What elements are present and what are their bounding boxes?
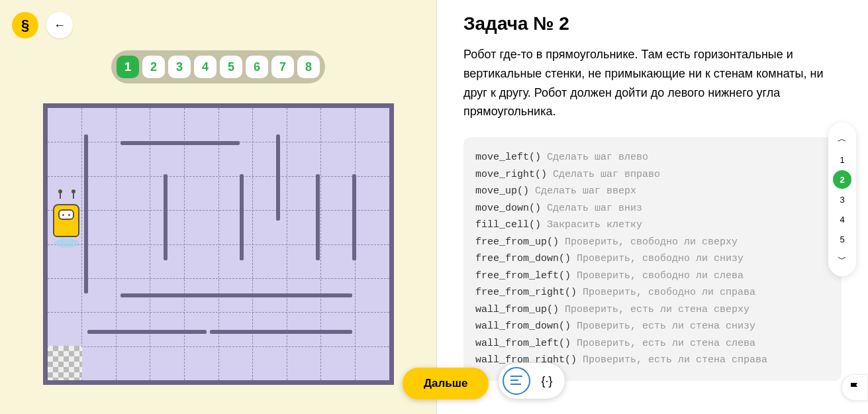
command-name: wall_from_down() bbox=[475, 321, 577, 332]
command-row: fill_cell() Закрасить клетку bbox=[475, 217, 830, 234]
command-desc: Проверить, свободно ли снизу bbox=[577, 253, 744, 264]
command-desc: Сделать шаг вправо bbox=[553, 169, 660, 180]
step-pill-5[interactable]: 5 bbox=[220, 56, 242, 78]
command-desc: Проверить, есть ли стена слева bbox=[577, 338, 755, 349]
commands-reference: move_left() Сделать шаг влевоmove_right(… bbox=[463, 137, 842, 381]
command-name: fill_cell() bbox=[475, 219, 547, 231]
command-desc: Сделать шаг вниз bbox=[547, 203, 642, 214]
target-cell bbox=[48, 346, 82, 380]
step-pill-2[interactable]: 2 bbox=[142, 56, 165, 78]
command-row: move_down() Сделать шаг вниз bbox=[475, 200, 830, 217]
lesson-nav-item-2[interactable]: 2 bbox=[833, 170, 851, 189]
text-mode-button[interactable] bbox=[503, 367, 530, 395]
nav-down-button[interactable]: ﹀ bbox=[832, 250, 852, 270]
command-name: wall_from_left() bbox=[475, 338, 577, 349]
lesson-nav-item-1[interactable]: 1 bbox=[833, 150, 851, 169]
command-row: wall_from_up() Проверить, есть ли стена … bbox=[475, 301, 830, 319]
flag-icon bbox=[849, 382, 860, 394]
command-desc: Закрасить клетку bbox=[547, 219, 642, 231]
command-name: move_right() bbox=[475, 169, 553, 180]
command-row: move_up() Сделать шаг вверх bbox=[475, 183, 830, 200]
next-button[interactable]: Дальше bbox=[403, 368, 489, 399]
command-row: wall_from_left() Проверить, есть ли стен… bbox=[475, 335, 830, 352]
command-desc: Проверить, есть ли стена справа bbox=[583, 354, 767, 366]
nav-up-button[interactable]: ︿ bbox=[832, 129, 852, 149]
command-name: free_from_left() bbox=[475, 270, 577, 282]
report-button[interactable] bbox=[842, 374, 868, 401]
back-button[interactable]: ← bbox=[46, 12, 73, 38]
command-row: free_from_left() Проверить, свободно ли … bbox=[475, 268, 830, 285]
command-row: move_right() Сделать шаг вправо bbox=[475, 166, 830, 183]
lesson-nav-item-4[interactable]: 4 bbox=[833, 210, 851, 229]
command-row: free_from_up() Проверить, свободно ли св… bbox=[475, 234, 830, 251]
step-pill-7[interactable]: 7 bbox=[271, 56, 294, 78]
command-row: free_from_right() Проверить, свободно ли… bbox=[475, 284, 830, 301]
lesson-nav-item-3[interactable]: 3 bbox=[833, 190, 851, 209]
command-desc: Сделать шаг влево bbox=[547, 152, 648, 163]
step-pill-1[interactable]: 1 bbox=[117, 56, 139, 78]
command-name: move_left() bbox=[475, 152, 547, 163]
robot bbox=[53, 197, 81, 244]
lesson-nav: ︿ 12345 ﹀ bbox=[828, 123, 856, 276]
chevron-down-icon: ﹀ bbox=[838, 254, 847, 266]
step-pill-4[interactable]: 4 bbox=[194, 56, 217, 78]
lesson-nav-item-5[interactable]: 5 bbox=[833, 230, 851, 248]
mode-toggle: {·} bbox=[498, 362, 565, 399]
step-pill-8[interactable]: 8 bbox=[297, 56, 320, 78]
code-mode-button[interactable]: {·} bbox=[533, 367, 561, 395]
step-pill-6[interactable]: 6 bbox=[246, 56, 268, 78]
command-desc: Проверить, свободно ли справа bbox=[583, 287, 755, 298]
command-desc: Проверить, свободно ли сверху bbox=[565, 236, 738, 248]
command-name: free_from_down() bbox=[475, 253, 577, 264]
command-name: free_from_right() bbox=[475, 287, 583, 298]
game-board bbox=[43, 103, 394, 385]
step-pill-3[interactable]: 3 bbox=[168, 56, 191, 78]
command-name: move_up() bbox=[475, 185, 535, 197]
arrow-left-icon: ← bbox=[54, 19, 66, 32]
command-name: wall_from_up() bbox=[475, 304, 565, 315]
task-title: Задача № 2 bbox=[463, 13, 842, 34]
command-name: move_down() bbox=[475, 203, 547, 214]
command-desc: Проверить, свободно ли слева bbox=[577, 270, 744, 282]
command-row: wall_from_down() Проверить, есть ли стен… bbox=[475, 318, 830, 335]
command-name: free_from_up() bbox=[475, 236, 565, 248]
chevron-up-icon: ︿ bbox=[838, 133, 847, 145]
command-desc: Сделать шаг вверх bbox=[535, 185, 636, 197]
logo-badge[interactable]: § bbox=[12, 12, 38, 38]
command-row: move_left() Сделать шаг влево bbox=[475, 149, 830, 166]
code-braces-icon: {·} bbox=[541, 374, 552, 388]
step-selector: 12345678 bbox=[111, 50, 325, 83]
task-description: Робот где-то в прямоугольнике. Там есть … bbox=[463, 45, 842, 121]
text-lines-icon bbox=[510, 374, 522, 388]
command-desc: Проверить, есть ли стена снизу bbox=[577, 321, 755, 332]
command-desc: Проверить, есть ли стена сверху bbox=[565, 304, 749, 315]
command-row: free_from_down() Проверить, свободно ли … bbox=[475, 250, 830, 268]
